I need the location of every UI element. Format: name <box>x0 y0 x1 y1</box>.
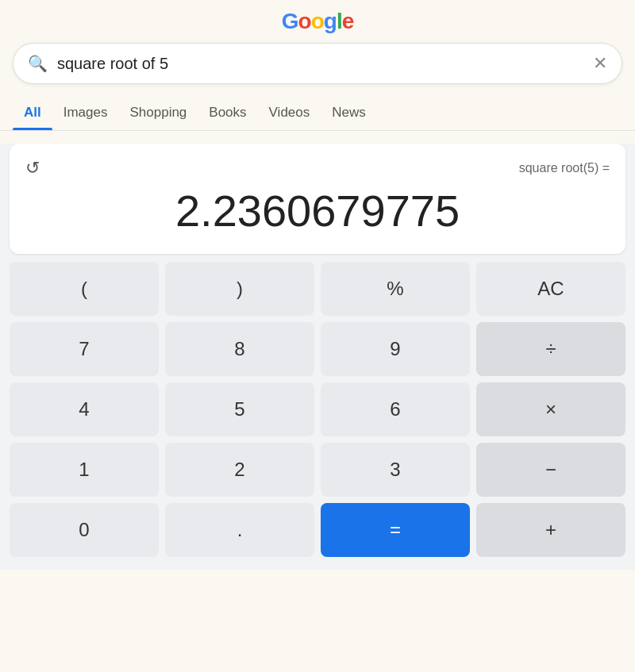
tab-shopping[interactable]: Shopping <box>118 94 198 130</box>
calc-btn--[interactable]: × <box>476 382 625 436</box>
clear-search-button[interactable]: ✕ <box>593 53 607 74</box>
expression-label: square root(5) = <box>519 161 610 175</box>
calc-btn--[interactable]: ÷ <box>476 322 625 376</box>
tab-books[interactable]: Books <box>198 94 257 130</box>
nav-tabs: All Images Shopping Books Videos News <box>0 94 635 131</box>
calc-btn-6[interactable]: 6 <box>321 382 470 436</box>
calc-btn--[interactable]: ( <box>10 262 159 316</box>
search-query-text[interactable]: square root of 5 <box>57 55 583 73</box>
calc-btn-1[interactable]: 1 <box>10 443 159 497</box>
header: Google <box>0 0 635 36</box>
search-bar-container: 🔍 square root of 5 ✕ <box>0 36 635 94</box>
history-icon[interactable]: ↺ <box>25 158 40 179</box>
tab-images[interactable]: Images <box>52 94 119 130</box>
calculator-container: ↺ square root(5) = 2.2360679775 ()%AC789… <box>0 144 635 570</box>
calc-btn-3[interactable]: 3 <box>321 443 470 497</box>
calc-btn--[interactable]: % <box>321 262 470 316</box>
calc-btn-7[interactable]: 7 <box>10 322 159 376</box>
calc-btn--[interactable]: + <box>476 503 625 557</box>
tab-news[interactable]: News <box>321 94 377 130</box>
calc-btn--[interactable]: . <box>165 503 314 557</box>
calc-btn-9[interactable]: 9 <box>321 322 470 376</box>
calc-btn-4[interactable]: 4 <box>10 382 159 436</box>
result-display: ↺ square root(5) = 2.2360679775 <box>10 144 625 254</box>
calc-btn-ac[interactable]: AC <box>476 262 625 316</box>
tab-videos[interactable]: Videos <box>258 94 321 130</box>
calc-btn-0[interactable]: 0 <box>10 503 159 557</box>
tab-all[interactable]: All <box>13 94 52 130</box>
calc-btn-8[interactable]: 8 <box>165 322 314 376</box>
calc-btn-2[interactable]: 2 <box>165 443 314 497</box>
search-icon: 🔍 <box>28 54 48 73</box>
calc-btn--[interactable]: = <box>321 503 470 557</box>
calculator-buttons: ()%AC789÷456×123−0.=+ <box>0 254 635 570</box>
result-value: 2.2360679775 <box>25 185 610 236</box>
calc-btn-5[interactable]: 5 <box>165 382 314 436</box>
calc-btn--[interactable]: ) <box>165 262 314 316</box>
result-top-row: ↺ square root(5) = <box>25 158 610 179</box>
google-logo-area: Google <box>13 8 622 36</box>
calc-btn--[interactable]: − <box>476 443 625 497</box>
search-bar[interactable]: 🔍 square root of 5 ✕ <box>13 43 622 84</box>
google-logo: Google <box>282 9 353 34</box>
